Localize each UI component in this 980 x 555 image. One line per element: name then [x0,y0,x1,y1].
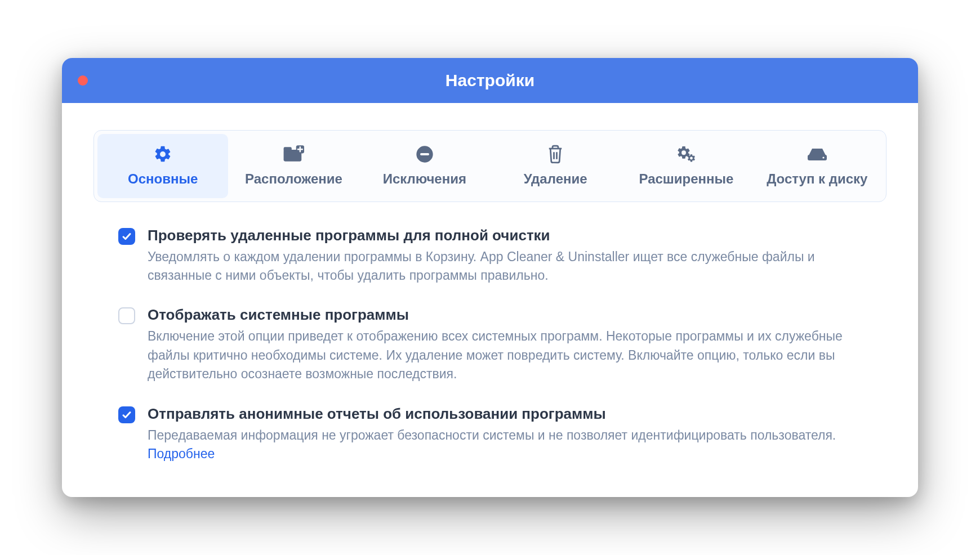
tab-disk-access[interactable]: Доступ к диску [752,134,883,198]
gear-icon [153,144,172,164]
option-check-removed-title: Проверять удаленные программы для полной… [148,227,862,244]
trash-icon [547,144,564,164]
tab-removal[interactable]: Удаление [490,134,621,198]
svg-rect-1 [284,147,292,151]
settings-window: Настройки Основные Расположение Исключ [62,58,918,497]
option-check-removed-desc: Уведомлять о каждом удалении программы в… [148,248,862,285]
tab-location-label: Расположение [245,171,342,187]
tab-removal-label: Удаление [524,171,587,187]
option-show-system-text: Отображать системные программы Включение… [148,306,862,383]
option-send-reports-desc: Передаваемая информация не угрожает безо… [148,426,862,464]
close-button[interactable] [78,75,88,86]
option-show-system-desc: Включение этой опции приведет к отображе… [148,327,862,383]
checkbox-check-removed[interactable] [118,228,135,245]
titlebar: Настройки [62,58,918,103]
tab-general[interactable]: Основные [97,134,228,198]
option-check-removed-text: Проверять удаленные программы для полной… [148,227,862,285]
content-area: Основные Расположение Исключения Удалени… [62,103,918,497]
checkbox-send-reports[interactable] [118,406,135,423]
tabs-bar: Основные Расположение Исключения Удалени… [93,130,887,202]
option-send-reports-title: Отправлять анонимные отчеты об использов… [148,405,862,423]
disk-icon [807,144,828,164]
option-check-removed: Проверять удаленные программы для полной… [118,227,862,285]
minus-circle-icon [416,144,434,164]
tab-advanced-label: Расширенные [639,171,733,187]
svg-point-6 [822,156,824,158]
svg-rect-4 [420,153,429,155]
folder-plus-icon [283,144,304,164]
tab-location[interactable]: Расположение [228,134,359,198]
tab-exclusions[interactable]: Исключения [359,134,490,198]
tab-exclusions-label: Исключения [383,171,466,187]
option-show-system: Отображать системные программы Включение… [118,306,862,383]
option-send-reports: Отправлять анонимные отчеты об использов… [118,405,862,464]
option-send-reports-text: Отправлять анонимные отчеты об использов… [148,405,862,464]
gears-icon [675,144,697,164]
tab-disk-access-label: Доступ к диску [767,171,867,187]
tab-advanced[interactable]: Расширенные [621,134,751,198]
tab-general-label: Основные [128,171,198,187]
option-show-system-title: Отображать системные программы [148,306,862,324]
checkbox-show-system[interactable] [118,307,135,324]
options-list: Проверять удаленные программы для полной… [93,227,887,463]
option-send-reports-desc-text: Передаваемая информация не угрожает безо… [148,428,836,442]
window-title: Настройки [62,71,918,90]
learn-more-link[interactable]: Подробнее [148,446,215,461]
